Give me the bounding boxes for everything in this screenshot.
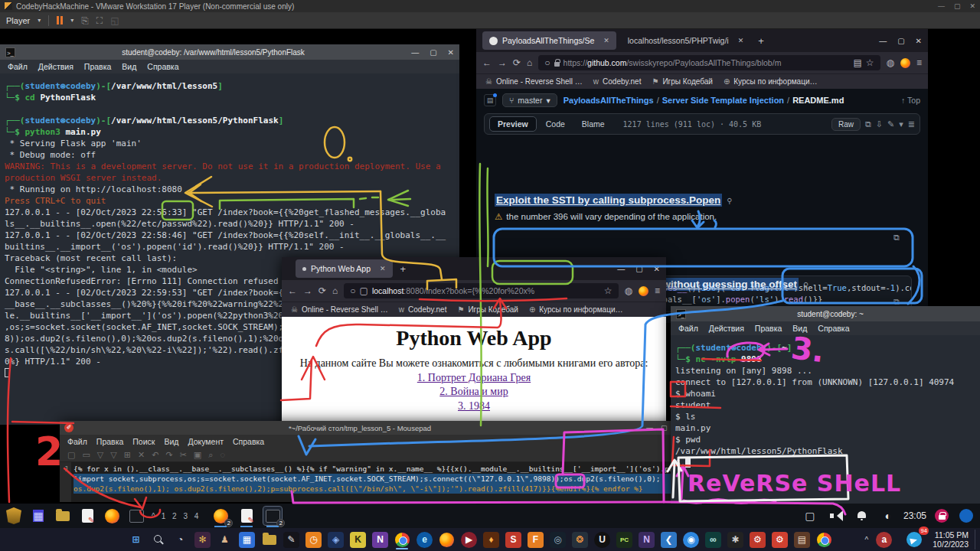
- tray-avatar-icon[interactable]: a: [873, 530, 895, 549]
- bookmark-star-icon[interactable]: ☆: [604, 285, 612, 296]
- menu-item[interactable]: Файл: [8, 62, 28, 71]
- vm-clock[interactable]: 23:05: [903, 510, 926, 521]
- reload-icon[interactable]: ⟳: [318, 285, 326, 296]
- tab-payloadsallthethings[interactable]: PayloadsAllTheThings/Se ✕: [482, 31, 616, 50]
- bookmark-item[interactable]: ⊕Курсы по информаци…: [724, 77, 818, 86]
- bookmark-item[interactable]: ☠Online - Reverse Shell …: [485, 77, 583, 86]
- tab-blame[interactable]: Blame: [574, 117, 612, 131]
- book-link[interactable]: 2. Война и мир: [282, 386, 666, 398]
- home-icon[interactable]: ⌂: [332, 285, 338, 296]
- ff1-minimize-button[interactable]: —: [879, 37, 887, 45]
- pocket-icon[interactable]: ◍: [625, 285, 632, 296]
- player-menu[interactable]: Player: [6, 16, 30, 25]
- firefox-launcher-icon[interactable]: [103, 507, 121, 525]
- flame-app-icon[interactable]: ♦: [480, 530, 502, 549]
- unreal-icon[interactable]: U: [591, 530, 613, 549]
- tab-close-icon[interactable]: ✕: [603, 37, 609, 44]
- copy-code-icon[interactable]: ⧉: [893, 233, 923, 243]
- mousepad-titlebar[interactable]: ✐ *~/Рабочий стол/tmp_lesson_5 - Mousepa…: [60, 421, 685, 435]
- raw-button[interactable]: Raw: [831, 118, 861, 131]
- back-icon[interactable]: ←: [288, 285, 297, 296]
- text-editor-icon[interactable]: [78, 507, 96, 525]
- menu-item[interactable]: Документ: [188, 437, 224, 446]
- infinity-app-icon[interactable]: ∞: [702, 530, 724, 549]
- vmware-maximize-button[interactable]: ▢: [954, 2, 961, 10]
- edit-caret-icon[interactable]: ▾: [899, 119, 903, 129]
- reader-mode-icon[interactable]: ▤: [853, 57, 861, 68]
- forward-icon[interactable]: →: [303, 285, 312, 296]
- gauge-app-icon[interactable]: ◔: [169, 530, 191, 549]
- ff2-close-button[interactable]: ✕: [654, 265, 660, 273]
- mousepad-minimize-button[interactable]: —: [646, 424, 653, 432]
- tab-python-web-app[interactable]: Python Web App ✕: [296, 259, 393, 278]
- mousepad-window-icon[interactable]: [237, 507, 256, 525]
- f-app-icon[interactable]: F: [524, 530, 547, 549]
- blender-icon[interactable]: ❂: [569, 530, 591, 549]
- windows-clock[interactable]: 11:05 PM 10/2/2023: [933, 530, 969, 549]
- file-explorer-icon[interactable]: [258, 530, 280, 549]
- pause-vm-button[interactable]: [57, 16, 63, 24]
- tab-preview[interactable]: Preview: [489, 116, 537, 132]
- player-menu-caret-icon[interactable]: ▾: [38, 17, 41, 24]
- maps-app-icon[interactable]: ◉: [680, 530, 702, 549]
- notifications-bell-icon[interactable]: [853, 507, 871, 525]
- win-search-icon[interactable]: [147, 530, 169, 549]
- screen-lock-icon[interactable]: [933, 507, 951, 525]
- s-app-icon[interactable]: S: [502, 530, 524, 549]
- workspace-switcher-icon[interactable]: ▢: [801, 507, 819, 525]
- workspace-switcher[interactable]: 1 2 3 4: [162, 512, 201, 520]
- file-tree-toggle-icon[interactable]: ▤: [484, 94, 496, 106]
- bookmark-item[interactable]: ⚑Игры Кодебай: [652, 77, 712, 86]
- show-desktop-button[interactable]: [975, 530, 977, 549]
- menu-item[interactable]: Правка: [84, 62, 111, 71]
- ff1-maximize-button[interactable]: ▢: [897, 37, 904, 45]
- menu-item[interactable]: Справка: [147, 62, 178, 71]
- menu-item[interactable]: Справка: [233, 437, 264, 446]
- volume-icon[interactable]: [827, 507, 845, 525]
- terminal-window-icon[interactable]: 2: [263, 507, 282, 525]
- bookmark-item[interactable]: ⚑Игры Кодебай: [457, 305, 518, 314]
- home-icon[interactable]: ⌂: [527, 57, 532, 68]
- send-ctrl-alt-del-icon[interactable]: ⎘: [81, 15, 89, 26]
- mousepad-editor[interactable]: 1 {% for x in ().__class__.__base__.__su…: [60, 462, 685, 502]
- slack-app-icon[interactable]: ✻: [191, 530, 214, 549]
- media-player-icon[interactable]: ▶: [458, 530, 480, 549]
- fullscreen-icon[interactable]: ⛶: [96, 15, 103, 26]
- ff1-close-button[interactable]: ✕: [916, 37, 922, 45]
- key-app-icon[interactable]: K: [347, 530, 369, 549]
- new-tab-button[interactable]: +: [400, 263, 407, 275]
- menu-item[interactable]: Правка: [96, 437, 123, 446]
- bug-app-icon[interactable]: ✱: [724, 530, 746, 549]
- menu-item[interactable]: Вид: [164, 437, 178, 446]
- download-icon[interactable]: ⇩: [876, 119, 883, 129]
- menu-item[interactable]: Справка: [818, 324, 849, 333]
- vmware-minimize-button[interactable]: —: [938, 2, 945, 10]
- edge-icon[interactable]: e: [413, 530, 436, 549]
- menu-item[interactable]: Правка: [755, 324, 782, 333]
- tab-code[interactable]: Code: [538, 117, 573, 131]
- vpn-status-icon[interactable]: [957, 507, 975, 525]
- app-menu-icon[interactable]: ≡: [916, 57, 922, 68]
- bookmark-item[interactable]: wCodeby.net: [593, 77, 642, 86]
- terminal2-titlebar[interactable]: >_ student@codeby: ~: [671, 306, 980, 321]
- bookmark-item[interactable]: wCodeby.net: [399, 305, 447, 314]
- breadcrumb-folder[interactable]: Server Side Template Injection: [662, 96, 784, 105]
- breadcrumb-repo[interactable]: PayloadsAllTheThings: [564, 96, 654, 105]
- power-manager-icon[interactable]: ◐: [879, 507, 897, 525]
- terminal1-titlebar[interactable]: >_ student@codeby: /var/www/html/lesson5…: [0, 44, 459, 60]
- outline-icon[interactable]: ≣: [908, 119, 915, 129]
- bookmark-item[interactable]: ⊕Курсы по информаци…: [529, 305, 623, 314]
- pocket-icon[interactable]: ◍: [887, 57, 894, 68]
- tab-close-icon[interactable]: ✕: [738, 37, 744, 44]
- vscode-icon[interactable]: ❮: [658, 530, 680, 549]
- menu-item[interactable]: Поиск: [132, 437, 155, 446]
- webapp-urlbar[interactable]: ○ ▢ localhost:8080/index?book={%%20for%2…: [344, 283, 618, 298]
- terminal-launcher-icon[interactable]: [127, 507, 145, 525]
- notepadpp-icon[interactable]: N: [635, 530, 658, 549]
- new-tab-button[interactable]: +: [758, 35, 764, 47]
- tab-close-icon[interactable]: ✕: [380, 265, 386, 272]
- notes-app-icon[interactable]: ✎: [280, 530, 302, 549]
- ff2-maximize-button[interactable]: ▢: [635, 265, 642, 273]
- win-start-icon[interactable]: ⊞: [125, 530, 147, 549]
- lens-app-icon[interactable]: ◎: [547, 530, 569, 549]
